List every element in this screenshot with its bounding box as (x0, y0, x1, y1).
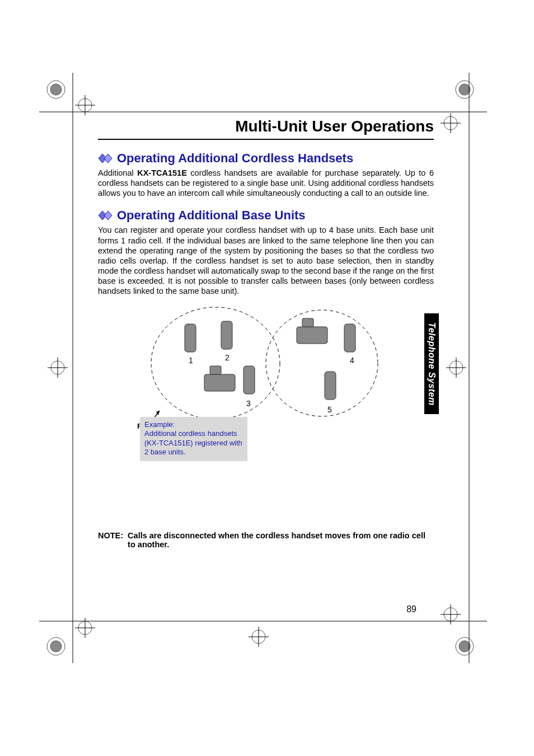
svg-marker-36 (104, 211, 112, 220)
body-paragraph-bases: You can register and operate your cordle… (98, 225, 434, 296)
svg-rect-48 (344, 324, 355, 352)
svg-marker-34 (104, 154, 112, 163)
diagram-label-1: 1 (189, 356, 193, 365)
svg-point-5 (50, 641, 62, 652)
side-tab-label: Telephone System (427, 322, 437, 406)
page-title: Multi-Unit User Operations (98, 118, 434, 140)
svg-point-1 (50, 84, 62, 95)
svg-rect-42 (221, 321, 232, 349)
svg-rect-47 (302, 318, 313, 327)
note-block: NOTE: Calls are disconnected when the co… (98, 531, 434, 549)
diagram-label-2: 2 (225, 353, 229, 362)
diagram-label-3: 3 (246, 399, 251, 408)
diamond-bullet-icon (98, 210, 114, 220)
example-caption: Example: Additional cordless handsets (K… (140, 417, 247, 461)
svg-rect-44 (204, 374, 235, 391)
page-number: 89 (406, 604, 416, 614)
svg-point-38 (266, 310, 378, 416)
body-paragraph-handsets: Additional KX-TCA151E cordless handsets … (98, 168, 434, 198)
diagram-label-4: 4 (350, 356, 354, 365)
svg-point-3 (459, 84, 470, 95)
diamond-bullet-icon (98, 153, 114, 163)
side-tab: Telephone System (424, 313, 439, 414)
svg-rect-43 (243, 366, 255, 394)
svg-rect-46 (297, 327, 327, 344)
diagram-label-5: 5 (327, 405, 332, 414)
svg-point-37 (151, 307, 280, 419)
svg-rect-49 (325, 372, 336, 400)
section-heading-bases: Operating Additional Base Units (98, 208, 434, 223)
heading-text: Operating Additional Base Units (117, 208, 306, 223)
section-heading-handsets: Operating Additional Cordless Handsets (98, 151, 434, 166)
note-label: NOTE: (98, 531, 123, 549)
heading-text: Operating Additional Cordless Handsets (117, 151, 353, 166)
svg-rect-41 (185, 324, 196, 352)
svg-point-7 (459, 641, 470, 652)
note-text: Calls are disconnected when the cordless… (128, 531, 434, 549)
svg-rect-45 (210, 366, 221, 374)
